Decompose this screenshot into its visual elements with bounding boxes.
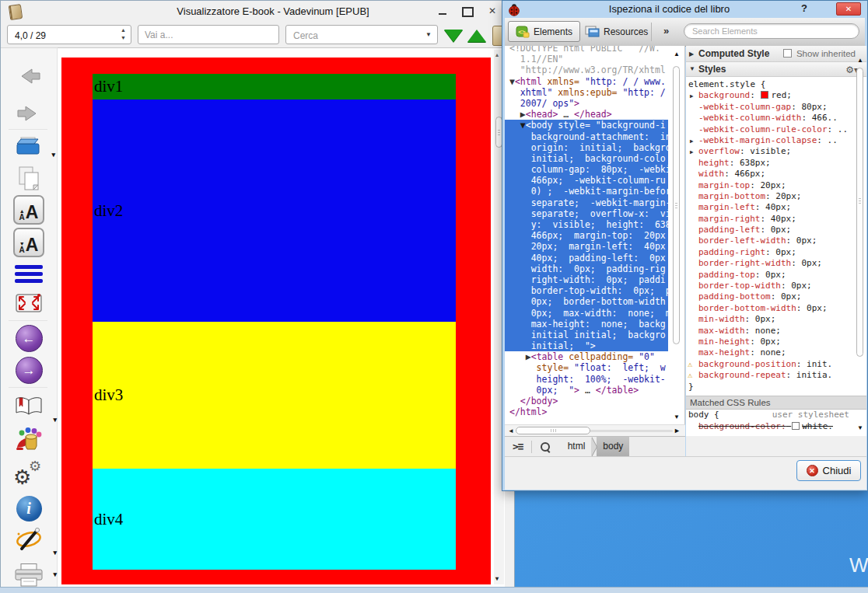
scroll-down-icon[interactable]: ▾ <box>495 575 499 582</box>
styles-scrollbar-thumb[interactable] <box>856 68 863 357</box>
hscroll-thumb[interactable] <box>516 427 590 434</box>
inspect-magnifier-icon[interactable] <box>540 441 551 452</box>
dom-node-line[interactable]: ▼<html xmlns= "http: / / www. <box>509 76 668 87</box>
dom-node-line[interactable]: 2007/ ops"> <box>509 98 668 109</box>
search-combobox[interactable]: ▼ <box>285 25 438 44</box>
appearance-colors-icon[interactable] <box>5 424 52 455</box>
style-property-row[interactable]: padding-top: 0px; <box>686 270 866 281</box>
dom-node-line[interactable]: initial initial; backgro <box>505 330 668 340</box>
expand-property-icon[interactable]: ▶ <box>690 91 694 101</box>
previous-chapter-icon[interactable]: ← <box>5 323 52 354</box>
dom-node-line[interactable]: 466px; -webkit-column-ru <box>505 175 668 186</box>
show-inherited-checkbox[interactable] <box>783 49 792 58</box>
dom-node-line[interactable]: initial; "> <box>505 340 668 351</box>
spinner-arrows-icon[interactable]: ▲▼ <box>121 26 126 42</box>
search-combo-input[interactable] <box>292 26 419 44</box>
style-property-row[interactable]: margin-top: 20px; <box>686 180 866 191</box>
dom-node-line[interactable]: 466px; margin-top: 20px <box>505 230 668 241</box>
table-of-contents-icon[interactable] <box>5 258 52 289</box>
bookmarks-icon[interactable]: ▾ <box>5 391 52 422</box>
tab-overflow-button[interactable]: » <box>663 25 669 37</box>
style-property-row[interactable]: ⚠background-repeat: initia. <box>686 370 866 381</box>
style-property-row[interactable]: max-height: none; <box>686 347 866 358</box>
dom-node-line[interactable]: 0px; max-width: none; m <box>505 308 668 319</box>
style-property-row[interactable]: padding-right: 0px; <box>686 247 866 258</box>
tab-elements[interactable]: <> Elements <box>508 21 580 42</box>
print-dropdown-icon[interactable]: ▾ <box>53 570 57 578</box>
style-property-row[interactable]: border-top-width: 0px; <box>686 281 866 291</box>
inspector-close-button[interactable]: ✕ <box>836 2 861 16</box>
search-previous-icon[interactable] <box>467 30 486 42</box>
expand-property-icon[interactable]: ▶ <box>690 147 694 157</box>
style-property-row[interactable]: ▶-webkit-margin-collapse: .. <box>686 135 866 146</box>
style-property-row[interactable]: ▶overflow: visible; <box>686 146 866 157</box>
ebook-close-button[interactable]: ✕ <box>481 2 503 19</box>
style-property-row[interactable]: border-left-width: 0px; <box>686 235 866 246</box>
dom-node-line[interactable]: origin: initial; backgro <box>505 142 668 153</box>
dom-node-line[interactable]: <!DOCTYPE html PUBLIC //W. <box>509 46 668 54</box>
duplicate-page-icon[interactable] <box>5 163 52 194</box>
dom-node-line[interactable]: right-width: 0px; paddi <box>505 274 668 285</box>
goto-page-input[interactable] <box>138 25 279 44</box>
combo-dropdown-icon[interactable]: ▼ <box>425 31 432 38</box>
style-property-row[interactable]: border-bottom-width: 0px; <box>686 303 866 314</box>
bookmarks-dropdown-icon[interactable]: ▾ <box>53 416 57 424</box>
dom-node-line[interactable]: border-top-width: 0px; p <box>505 285 668 296</box>
settings-icon[interactable]: ⚙⚙ <box>5 459 52 490</box>
dom-node-line[interactable]: separate; overflow-x: vi <box>505 208 668 219</box>
style-property-row[interactable]: padding-bottom: 0px; <box>686 291 866 302</box>
help-button[interactable]: ? <box>796 1 813 16</box>
styles-scroll-up-icon[interactable]: ▲ <box>857 57 863 64</box>
computed-style-header[interactable]: ▶ Computed Style Show inherited <box>686 46 866 62</box>
dom-node-line[interactable]: width: 0px; padding-rig <box>505 263 668 274</box>
dom-node-line[interactable]: separate; -webkit-margin- <box>505 197 668 208</box>
close-dialog-button[interactable]: ✕ Chiudi <box>796 460 861 481</box>
dom-node-line[interactable]: column-gap: 80px; -webki <box>505 164 668 175</box>
tab-resources[interactable]: Resources <box>578 21 655 42</box>
style-property-row[interactable]: margin-left: 40px; <box>686 202 866 213</box>
styles-vertical-scrollbar[interactable]: ▲ ▼ <box>856 57 865 431</box>
maximize-button[interactable] <box>457 2 478 19</box>
style-property-row[interactable]: width: 466px; <box>686 169 866 180</box>
style-property-row[interactable]: ⚠background-position: init. <box>686 359 866 370</box>
style-property-row[interactable]: min-height: 0px; <box>686 337 866 347</box>
dom-node-line[interactable]: 0px; "> … </table> <box>509 385 668 396</box>
open-file-dropdown-icon[interactable]: ▾ <box>51 151 55 159</box>
breadcrumb-item-body[interactable]: body <box>597 437 629 456</box>
dom-node-line[interactable]: ▶<head> … </head> <box>509 109 668 120</box>
expand-property-icon[interactable]: ▶ <box>690 136 694 146</box>
style-property-row[interactable]: border-right-width: 0px; <box>686 258 866 269</box>
search-elements-input[interactable] <box>684 23 859 39</box>
style-property-row[interactable]: -webkit-column-width: 466.. <box>686 113 866 124</box>
console-icon[interactable]: >≡ <box>513 441 523 452</box>
style-property-row[interactable]: ▶background: red; <box>686 90 866 101</box>
dom-node-line[interactable]: xhtml" xmlns:epub= "http: / <box>509 87 668 98</box>
style-property-row[interactable]: padding-left: 0px; <box>686 225 866 235</box>
dom-node-line[interactable]: 40px; padding-left: 0px <box>505 253 668 263</box>
breadcrumb-item-html[interactable]: html <box>562 437 592 456</box>
print-icon[interactable]: ▾ <box>5 560 52 591</box>
forward-icon[interactable] <box>5 98 52 129</box>
tools-icon[interactable]: ▾ <box>5 524 52 555</box>
decrease-font-icon[interactable]: ▼AA <box>5 227 52 258</box>
style-property-row[interactable]: margin-right: 40px; <box>686 214 866 225</box>
dom-node-line[interactable]: 20px; margin-left: 40px <box>505 241 668 252</box>
tools-dropdown-icon[interactable]: ▾ <box>53 549 57 556</box>
styles-header[interactable]: ▼ Styles ⚙▾ <box>686 62 866 77</box>
dom-node-line[interactable]: y: visible; height: 638 <box>505 219 668 230</box>
dom-node-line[interactable]: </body> <box>509 396 668 406</box>
page-spinner[interactable]: ▲▼ <box>7 25 131 44</box>
dom-node-line[interactable]: ▼<body style= "background-i <box>505 120 668 131</box>
fit-screen-icon[interactable] <box>5 288 52 319</box>
dom-node-line[interactable]: 0px; border-bottom-width <box>505 296 668 307</box>
dom-node-line[interactable]: height: 100%; -webkit- <box>509 374 668 385</box>
style-property-row[interactable]: margin-bottom: 20px; <box>686 191 866 202</box>
next-chapter-icon[interactable]: → <box>5 354 52 385</box>
open-file-icon[interactable]: ▾ <box>5 131 52 162</box>
dom-node-line[interactable]: "http://www.w3.org/TR/xhtml <box>509 65 668 75</box>
code-scroll-left-icon[interactable]: ◄ <box>508 427 514 434</box>
dom-node-line[interactable]: background-attachment: in <box>505 131 668 142</box>
code-vertical-scrollbar[interactable]: ▲ ▼ <box>671 47 682 420</box>
style-property-row[interactable]: min-width: 0px; <box>686 314 866 325</box>
style-property-row[interactable]: max-width: none; <box>686 326 866 337</box>
